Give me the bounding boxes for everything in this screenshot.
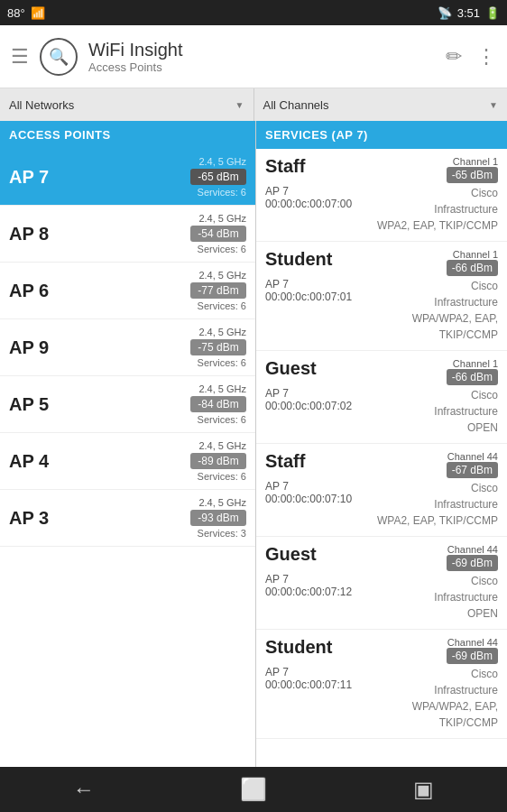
ap-freq: 2.4, 5 GHz: [198, 497, 246, 508]
service-dbm: -65 dBm: [447, 167, 498, 183]
ap-right: 2.4, 5 GHz -93 dBm Services: 3: [72, 497, 246, 539]
network-filter[interactable]: All Networks ▼: [0, 88, 254, 121]
service-item[interactable]: Guest Channel 1 -66 dBm AP 7 00:00:0c:00…: [256, 351, 507, 444]
ap-freq: 2.4, 5 GHz: [198, 213, 246, 224]
service-mac: 00:00:0c:00:07:01: [265, 291, 352, 303]
service-ap: AP 7: [265, 387, 352, 400]
service-dbm: -69 dBm: [447, 555, 498, 571]
ap-name: AP 9: [9, 337, 72, 358]
bottom-nav: ← ⬜ ▣: [0, 767, 507, 812]
service-detail-row: AP 7 00:00:0c:00:07:00 Cisco Infrastruct…: [265, 185, 498, 234]
service-header-row: Staff Channel 44 -67 dBm: [265, 451, 498, 478]
ap-item[interactable]: AP 8 2.4, 5 GHz -54 dBm Services: 6: [0, 206, 255, 263]
ap-name: AP 3: [9, 508, 72, 529]
ap-dbm: -84 dBm: [190, 396, 246, 412]
ap-freq: 2.4, 5 GHz: [198, 270, 246, 281]
service-meta: Channel 1 -66 dBm: [447, 249, 498, 276]
service-mode: Infrastructure: [352, 682, 498, 698]
home-button[interactable]: ⬜: [240, 777, 267, 802]
edit-button[interactable]: ✏: [446, 45, 462, 69]
recent-button[interactable]: ▣: [413, 777, 434, 802]
service-name: Guest: [265, 544, 317, 565]
service-info-right: Cisco Infrastructure WPA/WPA2, EAP, TKIP…: [352, 278, 498, 343]
status-right: 📡 3:51 🔋: [438, 6, 500, 20]
service-security: OPEN: [434, 605, 498, 622]
service-item[interactable]: Guest Channel 44 -69 dBm AP 7 00:00:0c:0…: [256, 537, 507, 630]
ap-name: AP 7: [9, 167, 72, 188]
network-filter-arrow: ▼: [235, 100, 244, 110]
wifi-icon: 📡: [438, 6, 452, 20]
service-ap-mac: AP 7 00:00:0c:00:07:11: [265, 666, 352, 691]
ap-dbm: -65 dBm: [190, 169, 246, 185]
service-name: Student: [265, 637, 332, 658]
service-item[interactable]: Staff Channel 44 -67 dBm AP 7 00:00:0c:0…: [256, 444, 507, 537]
ap-freq: 2.4, 5 GHz: [198, 383, 246, 394]
service-ap: AP 7: [265, 573, 352, 586]
ap-services: Services: 6: [198, 471, 246, 482]
service-info-right: Cisco Infrastructure OPEN: [434, 387, 498, 436]
service-vendor: Cisco: [434, 387, 498, 403]
back-button[interactable]: ←: [73, 777, 95, 802]
service-info-right: Cisco Infrastructure WPA2, EAP, TKIP/CCM…: [377, 480, 498, 529]
app-bar: ☰ 🔍 WiFi Insight Access Points ✏ ⋮: [0, 25, 507, 88]
menu-button[interactable]: ☰: [11, 45, 29, 69]
ap-item[interactable]: AP 5 2.4, 5 GHz -84 dBm Services: 6: [0, 376, 255, 433]
service-meta: Channel 44 -69 dBm: [447, 544, 498, 571]
service-mode: Infrastructure: [377, 496, 498, 512]
app-title: WiFi Insight: [88, 39, 182, 60]
service-item[interactable]: Student Channel 44 -69 dBm AP 7 00:00:0c…: [256, 630, 507, 739]
service-name: Guest: [265, 358, 317, 379]
ap-right: 2.4, 5 GHz -84 dBm Services: 6: [72, 383, 246, 425]
service-channel: Channel 44: [447, 544, 498, 555]
ap-item[interactable]: AP 6 2.4, 5 GHz -77 dBm Services: 6: [0, 263, 255, 319]
service-vendor: Cisco: [434, 573, 498, 589]
more-button[interactable]: ⋮: [476, 45, 496, 69]
channel-filter[interactable]: All Channels ▼: [254, 88, 508, 121]
ap-name: AP 8: [9, 224, 72, 245]
service-item[interactable]: Student Channel 1 -66 dBm AP 7 00:00:0c:…: [256, 242, 507, 351]
service-meta: Channel 44 -69 dBm: [447, 637, 498, 664]
service-detail-row: AP 7 00:00:0c:00:07:02 Cisco Infrastruct…: [265, 387, 498, 436]
ap-name: AP 4: [9, 451, 72, 472]
ap-dbm: -75 dBm: [190, 339, 246, 355]
service-channel: Channel 1: [453, 156, 498, 167]
ap-services: Services: 6: [198, 244, 246, 254]
ap-freq: 2.4, 5 GHz: [198, 440, 246, 451]
right-panel-header: SERVICES (AP 7): [256, 121, 507, 149]
service-list: Staff Channel 1 -65 dBm AP 7 00:00:0c:00…: [256, 149, 507, 739]
ap-item[interactable]: AP 4 2.4, 5 GHz -89 dBm Services: 6: [0, 433, 255, 490]
ap-item[interactable]: AP 3 2.4, 5 GHz -93 dBm Services: 3: [0, 490, 255, 547]
service-security: WPA2, EAP, TKIP/CCMP: [377, 217, 498, 234]
service-ap-mac: AP 7 00:00:0c:00:07:10: [265, 480, 352, 505]
service-detail-row: AP 7 00:00:0c:00:07:12 Cisco Infrastruct…: [265, 573, 498, 622]
app-bar-actions: ✏ ⋮: [446, 45, 496, 69]
service-mac: 00:00:0c:00:07:11: [265, 678, 352, 691]
service-dbm: -67 dBm: [447, 462, 498, 478]
channel-filter-label: All Channels: [263, 98, 329, 112]
signal-icon: 📶: [31, 6, 45, 20]
ap-dbm: -77 dBm: [190, 282, 246, 299]
service-channel: Channel 44: [447, 451, 498, 462]
service-meta: Channel 44 -67 dBm: [447, 451, 498, 478]
service-vendor: Cisco: [352, 666, 498, 682]
service-header-row: Student Channel 44 -69 dBm: [265, 637, 498, 664]
service-info-right: Cisco Infrastructure WPA/WPA2, EAP, TKIP…: [352, 666, 498, 731]
ap-item[interactable]: AP 9 2.4, 5 GHz -75 dBm Services: 6: [0, 319, 255, 376]
service-security: OPEN: [434, 420, 498, 436]
service-ap-mac: AP 7 00:00:0c:00:07:01: [265, 278, 352, 303]
ap-right: 2.4, 5 GHz -65 dBm Services: 6: [72, 156, 246, 198]
status-bar: 88° 📶 📡 3:51 🔋: [0, 0, 507, 25]
app-subtitle: Access Points: [88, 60, 182, 74]
service-ap: AP 7: [265, 185, 352, 198]
ap-services: Services: 6: [198, 300, 246, 311]
service-mac: 00:00:0c:00:07:02: [265, 400, 352, 412]
left-panel-header: ACCESS POINTS: [0, 121, 255, 149]
ap-list: AP 7 2.4, 5 GHz -65 dBm Services: 6 AP 8…: [0, 149, 255, 547]
service-mode: Infrastructure: [434, 403, 498, 420]
battery-icon: 🔋: [485, 6, 500, 20]
service-info-right: Cisco Infrastructure OPEN: [434, 573, 498, 622]
filter-row: All Networks ▼ All Channels ▼: [0, 88, 507, 121]
ap-item[interactable]: AP 7 2.4, 5 GHz -65 dBm Services: 6: [0, 149, 255, 206]
service-name: Staff: [265, 451, 305, 472]
service-item[interactable]: Staff Channel 1 -65 dBm AP 7 00:00:0c:00…: [256, 149, 507, 242]
